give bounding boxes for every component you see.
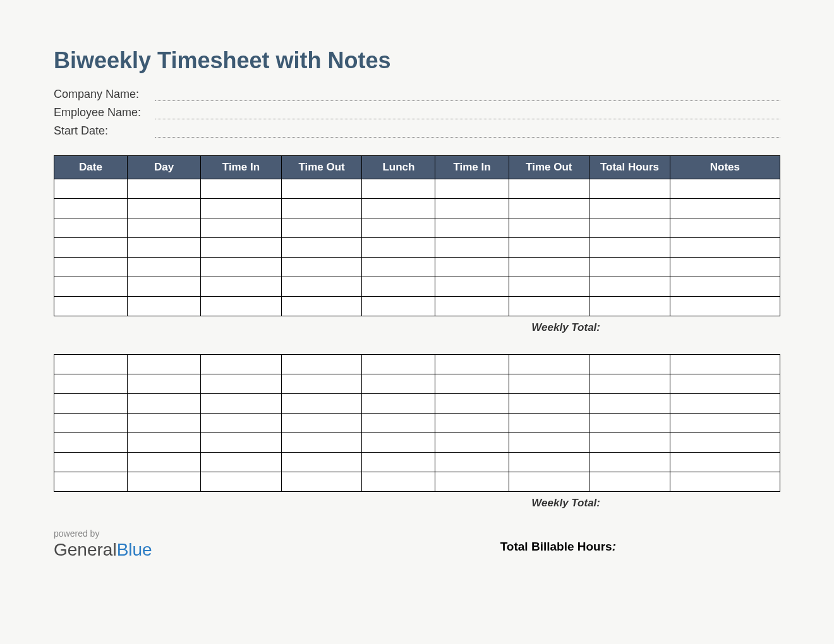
cell-lunch[interactable] — [362, 355, 435, 374]
cell-timeIn1[interactable] — [201, 355, 282, 374]
cell-notes[interactable] — [670, 218, 780, 238]
cell-totalHours[interactable] — [589, 297, 670, 316]
cell-date[interactable] — [54, 394, 128, 414]
cell-day[interactable] — [128, 414, 201, 433]
cell-date[interactable] — [54, 218, 128, 238]
cell-notes[interactable] — [670, 453, 780, 472]
cell-notes[interactable] — [670, 374, 780, 394]
cell-timeOut2[interactable] — [509, 453, 589, 472]
cell-timeOut1[interactable] — [281, 297, 362, 316]
cell-date[interactable] — [54, 199, 128, 218]
cell-timeIn1[interactable] — [201, 472, 282, 492]
cell-timeOut2[interactable] — [509, 394, 589, 414]
cell-totalHours[interactable] — [589, 355, 670, 374]
cell-timeIn1[interactable] — [201, 277, 282, 297]
cell-timeOut1[interactable] — [281, 374, 362, 394]
cell-timeOut1[interactable] — [281, 394, 362, 414]
cell-day[interactable] — [128, 472, 201, 492]
cell-timeIn2[interactable] — [435, 453, 509, 472]
cell-date[interactable] — [54, 179, 128, 199]
cell-date[interactable] — [54, 277, 128, 297]
cell-timeOut1[interactable] — [281, 199, 362, 218]
cell-timeOut2[interactable] — [509, 179, 589, 199]
cell-day[interactable] — [128, 453, 201, 472]
cell-date[interactable] — [54, 355, 128, 374]
cell-lunch[interactable] — [362, 277, 435, 297]
cell-notes[interactable] — [670, 238, 780, 258]
cell-totalHours[interactable] — [589, 394, 670, 414]
cell-timeOut1[interactable] — [281, 355, 362, 374]
cell-timeIn1[interactable] — [201, 218, 282, 238]
cell-timeIn1[interactable] — [201, 433, 282, 453]
cell-timeIn2[interactable] — [435, 433, 509, 453]
start-date-field[interactable] — [155, 126, 780, 138]
cell-totalHours[interactable] — [589, 199, 670, 218]
cell-notes[interactable] — [670, 277, 780, 297]
cell-day[interactable] — [128, 238, 201, 258]
cell-totalHours[interactable] — [589, 374, 670, 394]
cell-timeIn2[interactable] — [435, 238, 509, 258]
cell-day[interactable] — [128, 394, 201, 414]
cell-timeIn1[interactable] — [201, 179, 282, 199]
cell-lunch[interactable] — [362, 453, 435, 472]
cell-timeIn1[interactable] — [201, 297, 282, 316]
cell-lunch[interactable] — [362, 374, 435, 394]
cell-timeIn1[interactable] — [201, 238, 282, 258]
cell-notes[interactable] — [670, 179, 780, 199]
cell-timeIn1[interactable] — [201, 414, 282, 433]
cell-timeOut2[interactable] — [509, 277, 589, 297]
cell-day[interactable] — [128, 297, 201, 316]
cell-lunch[interactable] — [362, 297, 435, 316]
cell-totalHours[interactable] — [589, 414, 670, 433]
cell-notes[interactable] — [670, 258, 780, 277]
cell-day[interactable] — [128, 258, 201, 277]
cell-timeIn1[interactable] — [201, 453, 282, 472]
cell-timeIn1[interactable] — [201, 394, 282, 414]
cell-lunch[interactable] — [362, 258, 435, 277]
cell-timeIn2[interactable] — [435, 355, 509, 374]
cell-timeOut2[interactable] — [509, 218, 589, 238]
cell-timeIn2[interactable] — [435, 179, 509, 199]
company-name-field[interactable] — [155, 90, 780, 101]
cell-date[interactable] — [54, 453, 128, 472]
cell-timeOut2[interactable] — [509, 472, 589, 492]
cell-notes[interactable] — [670, 433, 780, 453]
cell-notes[interactable] — [670, 297, 780, 316]
cell-lunch[interactable] — [362, 199, 435, 218]
cell-lunch[interactable] — [362, 179, 435, 199]
cell-totalHours[interactable] — [589, 258, 670, 277]
cell-notes[interactable] — [670, 355, 780, 374]
cell-totalHours[interactable] — [589, 472, 670, 492]
cell-lunch[interactable] — [362, 472, 435, 492]
cell-notes[interactable] — [670, 199, 780, 218]
cell-timeOut1[interactable] — [281, 218, 362, 238]
cell-lunch[interactable] — [362, 238, 435, 258]
cell-timeIn2[interactable] — [435, 258, 509, 277]
cell-date[interactable] — [54, 258, 128, 277]
cell-timeIn2[interactable] — [435, 394, 509, 414]
cell-day[interactable] — [128, 433, 201, 453]
cell-timeOut1[interactable] — [281, 277, 362, 297]
cell-timeIn2[interactable] — [435, 297, 509, 316]
cell-timeIn2[interactable] — [435, 472, 509, 492]
cell-timeIn2[interactable] — [435, 199, 509, 218]
cell-notes[interactable] — [670, 394, 780, 414]
cell-day[interactable] — [128, 277, 201, 297]
cell-timeOut2[interactable] — [509, 258, 589, 277]
employee-name-field[interactable] — [155, 108, 780, 119]
cell-totalHours[interactable] — [589, 433, 670, 453]
cell-day[interactable] — [128, 355, 201, 374]
cell-timeOut2[interactable] — [509, 355, 589, 374]
cell-lunch[interactable] — [362, 218, 435, 238]
cell-day[interactable] — [128, 199, 201, 218]
cell-date[interactable] — [54, 414, 128, 433]
cell-date[interactable] — [54, 238, 128, 258]
cell-timeOut2[interactable] — [509, 374, 589, 394]
cell-timeOut2[interactable] — [509, 199, 589, 218]
cell-notes[interactable] — [670, 414, 780, 433]
cell-timeOut2[interactable] — [509, 238, 589, 258]
cell-timeOut2[interactable] — [509, 297, 589, 316]
cell-date[interactable] — [54, 297, 128, 316]
cell-timeOut1[interactable] — [281, 258, 362, 277]
cell-timeOut1[interactable] — [281, 453, 362, 472]
